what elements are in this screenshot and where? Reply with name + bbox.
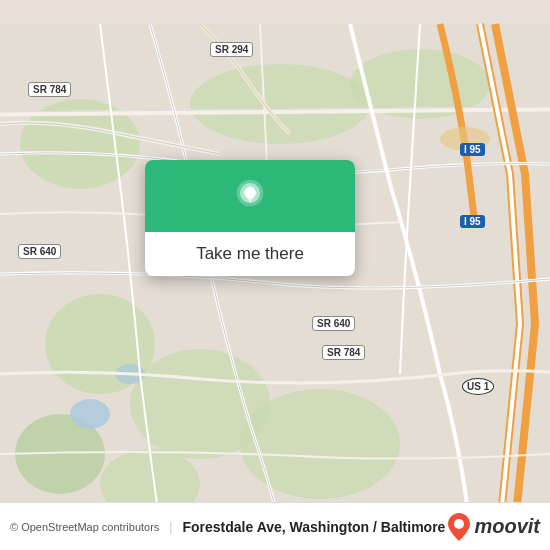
road-label-sr294: SR 294: [210, 42, 253, 57]
road-label-i95-top: I 95: [460, 143, 485, 156]
road-label-sr640-left: SR 640: [18, 244, 61, 259]
bottom-bar: © OpenStreetMap contributors | Forestdal…: [0, 502, 550, 550]
svg-point-2: [190, 64, 370, 144]
svg-point-17: [454, 519, 464, 529]
bottom-bar-left: © OpenStreetMap contributors | Forestdal…: [10, 519, 445, 535]
popup-card-body: Take me there: [145, 232, 355, 276]
moovit-pin-icon: [448, 513, 470, 541]
location-title: Forestdale Ave, Washington / Baltimore: [182, 519, 445, 535]
take-me-there-button[interactable]: Take me there: [196, 244, 304, 263]
road-label-i95-bot: I 95: [460, 215, 485, 228]
road-label-sr784-top: SR 784: [28, 82, 71, 97]
moovit-text: moovit: [474, 515, 540, 538]
map-pin-icon: [230, 178, 270, 218]
moovit-logo: moovit: [448, 513, 540, 541]
map-container: SR 294 SR 784 SR 640 SR 640 SR 784 I 95 …: [0, 0, 550, 550]
road-label-sr640-right: SR 640: [312, 316, 355, 331]
svg-point-9: [70, 399, 110, 429]
svg-point-6: [240, 389, 400, 499]
road-label-us1: US 1: [462, 378, 494, 395]
popup-card-header: [145, 160, 355, 232]
copyright-text: © OpenStreetMap contributors: [10, 521, 159, 533]
road-label-sr784-bot: SR 784: [322, 345, 365, 360]
popup-card: Take me there: [145, 160, 355, 276]
